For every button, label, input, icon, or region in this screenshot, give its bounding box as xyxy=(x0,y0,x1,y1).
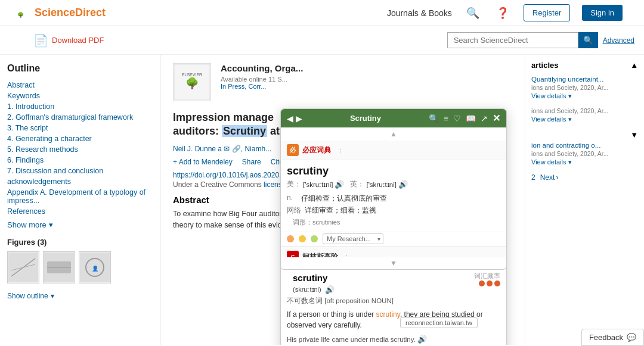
outline-script[interactable]: 3. The script xyxy=(7,123,153,133)
help-icon-btn[interactable]: ❓ xyxy=(494,4,512,22)
download-pdf-btn[interactable]: 📄 Download PDF xyxy=(33,33,104,48)
show-more-button[interactable]: Show more ▾ xyxy=(7,220,53,229)
outline-acknowledgements[interactable]: acknowledgements xyxy=(7,176,153,187)
collins-audio-icon[interactable]: 🔊 xyxy=(325,285,335,294)
dict-word: scrutiny xyxy=(281,160,506,179)
def-n-text: 仔细检查；认真彻底的审查 xyxy=(301,194,387,204)
collins-def-text1: If a person or thing is under xyxy=(287,310,376,319)
dict-header-icons: 🔍 ≡ ♡ 📖 ↗ ✕ xyxy=(429,113,500,124)
orange-dot[interactable] xyxy=(287,235,294,242)
outline-title: Outline xyxy=(7,63,153,74)
dict-definitions: n. 仔细检查；认真彻底的审查 网络 详细审查；细看；监视 词形：scrutin… xyxy=(281,191,506,232)
figure-thumb-1[interactable] xyxy=(7,251,39,283)
show-outline-button[interactable]: Show outline ▾ xyxy=(7,292,54,300)
dict-share-icon-btn[interactable]: ↗ xyxy=(481,114,488,123)
view-details-btn-2[interactable]: View details ▾ xyxy=(531,116,638,123)
yellow-dot[interactable] xyxy=(299,235,306,242)
next-page-btn[interactable]: Next › xyxy=(540,173,559,182)
pagination-row: 2 Next › xyxy=(531,173,638,182)
my-research-dropdown[interactable]: My Research... ▾ xyxy=(323,235,383,243)
outline-character[interactable]: 4. Generating a character xyxy=(7,133,153,144)
article-meta-3: ions and Society, 2020, Ar... xyxy=(531,150,638,157)
outline-keywords[interactable]: Keywords xyxy=(7,91,153,101)
advanced-search-link[interactable]: Advanced xyxy=(603,36,634,45)
collapse-icon-2[interactable]: ▼ xyxy=(630,130,638,139)
dict-header-title: Scrutiny xyxy=(350,114,381,123)
header-nav: Journals & Books 🔍 ❓ Register Sign in xyxy=(387,4,623,22)
outline-abstract[interactable]: Abstract xyxy=(7,80,153,91)
journals-books-link[interactable]: Journals & Books xyxy=(387,8,452,18)
show-outline-label: Show outline xyxy=(7,292,48,300)
audio-us-icon[interactable]: 🔊 xyxy=(335,180,344,189)
chevron-right-icon: › xyxy=(556,173,558,182)
pdf-icon: 📄 xyxy=(33,33,48,48)
view-details-btn-1[interactable]: View details ▾ xyxy=(531,92,638,100)
freq-section: 词汇频率 xyxy=(474,269,500,286)
view-details-btn-3[interactable]: View details ▾ xyxy=(531,158,638,166)
dict-prev-btn[interactable]: ◀ xyxy=(287,114,293,123)
outline-introduction[interactable]: 1. Introduction xyxy=(7,101,153,112)
collins-ex1-audio[interactable]: 🔊 xyxy=(417,335,427,344)
colins-pron-text: (skruːtɪni) xyxy=(293,286,321,294)
freq-label: 词汇频率 xyxy=(474,272,500,280)
figure-thumb-2[interactable] xyxy=(43,251,75,283)
sidebar: Outline Abstract Keywords 1. Introductio… xyxy=(0,55,161,345)
add-mendeley-btn[interactable]: + Add to Mendeley xyxy=(173,158,233,166)
svg-text:👤: 👤 xyxy=(92,265,99,272)
chevron-down-icon: ▾ xyxy=(49,220,53,229)
bycd-row: 必 必应词典 ： xyxy=(281,141,506,160)
dict-search-icon-btn[interactable]: 🔍 xyxy=(429,114,439,123)
outline-findings[interactable]: 6. Findings xyxy=(7,155,153,166)
search-input[interactable] xyxy=(447,32,578,48)
search-icon-btn[interactable]: 🔍 xyxy=(464,4,482,22)
logo-area[interactable]: 🌳 ScienceDirect xyxy=(10,2,106,24)
outline-discussion[interactable]: 7. Discussion and conclusion xyxy=(7,166,153,176)
green-dot[interactable] xyxy=(311,235,318,242)
title-part2: auditors: xyxy=(173,125,222,137)
freq-dot-2 xyxy=(487,280,493,286)
page-2-link[interactable]: 2 xyxy=(531,173,535,182)
dict-book-icon-btn[interactable]: 📖 xyxy=(466,114,476,123)
dict-menu-icon-btn[interactable]: ≡ xyxy=(444,114,448,123)
article-item-1: Quantifying uncertaint... ions and Socie… xyxy=(531,76,638,100)
signin-button[interactable]: Sign in xyxy=(582,5,623,21)
register-button[interactable]: Register xyxy=(524,4,570,21)
right-panel-header: articles ▲ xyxy=(531,61,638,70)
pron-us: 美： ['skruːtɪni] 🔊 xyxy=(287,180,344,189)
collapse-icon[interactable]: ▲ xyxy=(630,61,638,70)
article-meta-2: ions and Society, 2020, Ar... xyxy=(531,107,638,114)
outline-appendix[interactable]: Appendix A. Development of a typology of… xyxy=(7,187,153,206)
audio-uk-icon[interactable]: 🔊 xyxy=(398,180,408,189)
article-link-1[interactable]: Quantifying uncertaint... xyxy=(531,76,638,83)
figure-thumb-3[interactable]: 👤 xyxy=(79,251,111,283)
sciencedirect-logo[interactable]: ScienceDirect xyxy=(35,7,106,19)
outline-references[interactable]: References xyxy=(7,206,153,217)
article-header: ELSEVIER 🌳 Accounting, Orga... Available… xyxy=(173,63,513,101)
freq-dots xyxy=(479,280,500,286)
dict-heart-icon-btn[interactable]: ♡ xyxy=(453,114,461,123)
dict-title: Scrutiny xyxy=(350,114,381,123)
dict-next-btn[interactable]: ▶ xyxy=(296,114,302,123)
search-button[interactable]: 🔍 xyxy=(578,32,598,48)
figures-title: Figures (3) xyxy=(7,238,153,247)
outline-goffman[interactable]: 2. Goffman's dramaturgical framework xyxy=(7,112,153,123)
def-n-label: n. xyxy=(287,194,298,204)
elsevier-tree-icon: 🌳 xyxy=(10,2,31,24)
share-btn[interactable]: Share xyxy=(242,158,261,166)
popup-scroll-down[interactable]: ▼ xyxy=(280,257,507,270)
svg-text:🌳: 🌳 xyxy=(185,77,199,90)
chevron-down-icon-outline: ▾ xyxy=(51,292,54,300)
article-link-3[interactable]: ion and contracting o... xyxy=(531,142,638,149)
right-panel: articles ▲ Quantifying uncertaint... ion… xyxy=(525,55,644,345)
outline-methods[interactable]: 5. Research methods xyxy=(7,144,153,155)
article-item-2: ions and Society, 2020, Ar... View detai… xyxy=(531,107,638,123)
float-url-bar: reconnection.taiwan.tw xyxy=(400,317,478,328)
available-online: Available online 11 S... xyxy=(221,76,303,83)
feedback-label: Feedback xyxy=(589,333,623,342)
def-noun-row: n. 仔细检查；认真彻底的审查 xyxy=(287,194,500,204)
dict-close-btn[interactable]: ✕ xyxy=(493,113,500,124)
title-scrutiny-highlight: Scrutiny xyxy=(222,125,267,137)
feedback-button[interactable]: Feedback 💬 xyxy=(581,329,644,346)
collins-pronunciation: (skruːtɪni) 🔊 xyxy=(287,284,340,297)
feedback-icon: 💬 xyxy=(627,333,636,342)
